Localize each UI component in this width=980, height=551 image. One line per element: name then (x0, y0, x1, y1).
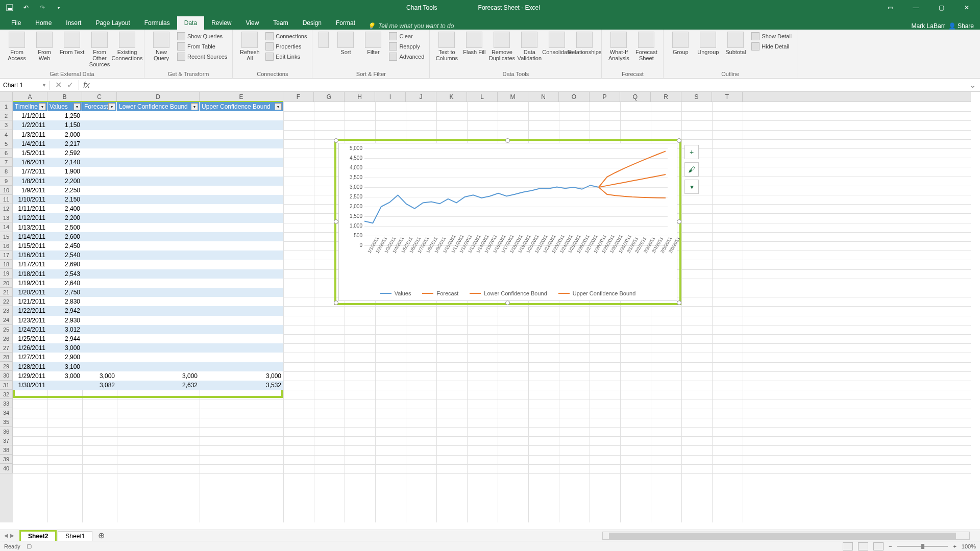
brush-icon[interactable]: 🖌 (684, 162, 699, 177)
legend-item[interactable]: Upper Confidence Bound (558, 290, 636, 296)
expand-formula-icon[interactable]: ⌄ (965, 80, 980, 90)
cell[interactable]: 1/2/2011 (13, 120, 47, 130)
forecast-sheet-button[interactable]: Forecast Sheet (633, 32, 659, 61)
undo-icon[interactable]: ↶ (20, 2, 32, 13)
cell[interactable]: 1/6/2011 (13, 158, 47, 167)
share-button[interactable]: 👤 Share (948, 22, 974, 30)
cell[interactable]: 1/24/2011 (13, 325, 47, 334)
column-headers[interactable]: ABCDEFGHIJKLMNOPQRST (13, 92, 971, 102)
cell[interactable]: 1/25/2011 (13, 334, 47, 343)
cell[interactable]: 2,450 (47, 241, 82, 251)
table-header-timeline[interactable]: Timeline▾ (13, 102, 47, 111)
cell[interactable]: 1/7/2011 (13, 167, 47, 176)
cell[interactable]: 1/15/2011 (13, 241, 47, 251)
tellme-input[interactable]: Tell me what you want to do (378, 22, 454, 30)
reapply-button[interactable]: Reapply (388, 42, 425, 51)
col-header-C[interactable]: C (82, 92, 117, 102)
cell[interactable]: 2,592 (47, 148, 82, 158)
text-to-columns-button[interactable]: Text to Columns (434, 32, 459, 61)
row-header-16[interactable]: 16 (0, 241, 13, 251)
col-header-I[interactable]: I (375, 92, 406, 102)
select-all-button[interactable] (0, 92, 13, 102)
sheet-nav-prev-icon[interactable]: ◀ (4, 533, 8, 538)
tab-design[interactable]: Design (296, 16, 329, 30)
cell[interactable]: 2,830 (47, 297, 82, 306)
col-header-P[interactable]: P (590, 92, 620, 102)
cells[interactable]: Timeline▾Values▾Forecast▾Lower Confidenc… (13, 102, 971, 522)
row-header-4[interactable]: 4 (0, 130, 13, 139)
cell[interactable]: 1/12/2011 (13, 213, 47, 222)
flash-fill-button[interactable]: Flash Fill (461, 32, 487, 55)
selection-handle[interactable] (334, 300, 338, 305)
col-header-M[interactable]: M (498, 92, 528, 102)
cell[interactable]: 3,082 (82, 381, 117, 390)
cell[interactable]: 2,750 (47, 288, 82, 297)
page-break-view-button[interactable] (873, 542, 884, 550)
cell[interactable]: 2,250 (47, 186, 82, 195)
table-header-lower-confidence-bound[interactable]: Lower Confidence Bound▾ (117, 102, 200, 111)
cell[interactable]: 2,600 (47, 232, 82, 241)
cell[interactable]: 1/4/2011 (13, 139, 47, 148)
row-header-19[interactable]: 19 (0, 269, 13, 278)
series-values[interactable] (364, 185, 599, 223)
col-header-R[interactable]: R (651, 92, 681, 102)
col-header-J[interactable]: J (406, 92, 436, 102)
cell[interactable]: 2,540 (47, 251, 82, 260)
legend[interactable]: ValuesForecastLower Confidence BoundUppe… (339, 290, 677, 296)
show-queries-button[interactable]: Show Queries (176, 32, 228, 41)
cell[interactable]: 1/30/2011 (13, 381, 47, 390)
funnel-icon[interactable]: ▾ (684, 180, 699, 194)
advanced-button[interactable]: Advanced (388, 52, 425, 61)
row-header-33[interactable]: 33 (0, 399, 13, 408)
cell[interactable]: 1/27/2011 (13, 353, 47, 362)
from-text-button[interactable]: From Text (59, 32, 85, 55)
filter-dropdown-icon[interactable]: ▾ (74, 103, 81, 110)
group-button[interactable]: Group (668, 32, 693, 55)
row-header-15[interactable]: 15 (0, 232, 13, 241)
tab-file[interactable]: File (4, 16, 28, 30)
tab-formulas[interactable]: Formulas (137, 16, 177, 30)
cell[interactable]: 3,000 (117, 371, 200, 381)
row-header-22[interactable]: 22 (0, 297, 13, 306)
plot-area[interactable]: 05001,0001,5002,0002,5003,0003,5004,0004… (364, 148, 668, 260)
table-header-forecast[interactable]: Forecast▾ (82, 102, 117, 111)
cell[interactable]: 3,012 (47, 325, 82, 334)
cell[interactable]: 1/11/2011 (13, 204, 47, 213)
col-header-N[interactable]: N (528, 92, 559, 102)
normal-view-button[interactable] (843, 542, 853, 550)
col-header-S[interactable]: S (681, 92, 712, 102)
save-icon[interactable] (4, 2, 15, 13)
row-header-21[interactable]: 21 (0, 288, 13, 297)
cell[interactable]: 2,140 (47, 158, 82, 167)
cell[interactable]: 3,532 (200, 381, 283, 390)
row-header-36[interactable]: 36 (0, 427, 13, 436)
cell[interactable]: 2,690 (47, 260, 82, 269)
cell[interactable]: 1,250 (47, 111, 82, 120)
cell[interactable]: 1/3/2011 (13, 130, 47, 139)
col-header-G[interactable]: G (314, 92, 345, 102)
cell[interactable]: 1/19/2011 (13, 279, 47, 288)
cell[interactable]: 1/9/2011 (13, 186, 47, 195)
row-header-20[interactable]: 20 (0, 279, 13, 288)
recent-sources-button[interactable]: Recent Sources (176, 52, 228, 61)
row-header-6[interactable]: 6 (0, 148, 13, 158)
row-header-30[interactable]: 30 (0, 371, 13, 380)
whatif-button[interactable]: What-If Analysis (606, 32, 631, 61)
show-detail-button[interactable]: Show Detail (750, 32, 793, 41)
user-name[interactable]: Mark LaBarr (912, 22, 945, 30)
col-header-B[interactable]: B (47, 92, 82, 102)
existing-connections-button[interactable]: Existing Connections (114, 32, 140, 61)
relationships-button[interactable]: Relationships (572, 32, 597, 55)
enter-formula-icon[interactable]: ✓ (67, 80, 74, 90)
row-header-37[interactable]: 37 (0, 436, 13, 445)
row-header-25[interactable]: 25 (0, 325, 13, 334)
filter-dropdown-icon[interactable]: ▾ (39, 103, 46, 110)
chart[interactable]: 05001,0001,5002,0002,5003,0003,5004,0004… (338, 143, 677, 301)
selection-handle[interactable] (334, 138, 338, 143)
cell[interactable]: 1/23/2011 (13, 316, 47, 325)
row-header-39[interactable]: 39 (0, 455, 13, 464)
legend-item[interactable]: Values (380, 290, 411, 296)
row-header-8[interactable]: 8 (0, 167, 13, 176)
row-header-13[interactable]: 13 (0, 213, 13, 222)
col-header-F[interactable]: F (283, 92, 314, 102)
